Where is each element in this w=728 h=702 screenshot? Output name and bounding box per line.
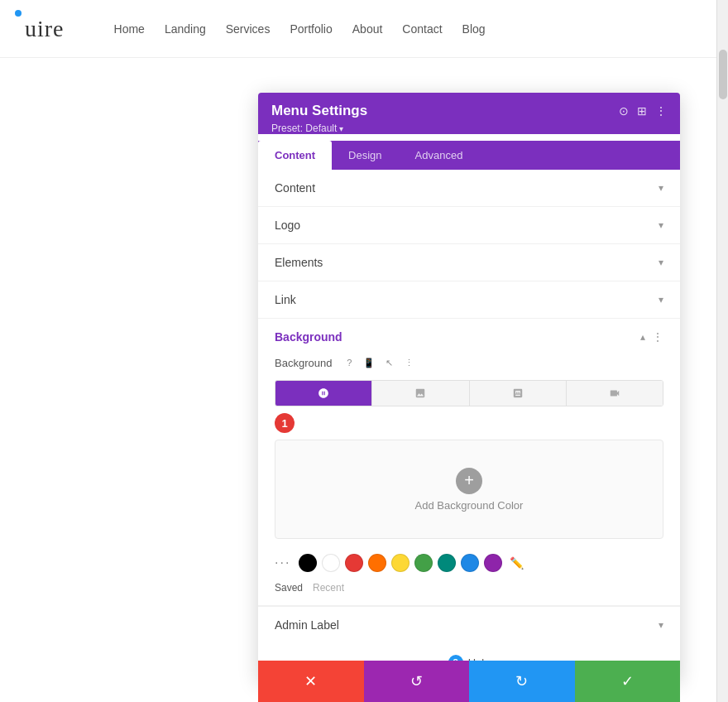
swatch-yellow[interactable] <box>391 554 410 572</box>
section-logo[interactable]: Logo ▾ <box>258 207 680 244</box>
swatch-white[interactable] <box>322 554 340 572</box>
section-content-label: Content <box>275 181 315 195</box>
nav-links: Home Landing Services Portfolio About Co… <box>114 22 486 36</box>
saved-recent-row: Saved Recent <box>258 580 680 605</box>
section-link-label: Link <box>275 293 296 306</box>
type-tab-color[interactable] <box>275 381 372 406</box>
phone-icon[interactable]: 📱 <box>362 355 376 370</box>
nav-landing[interactable]: Landing <box>165 22 206 36</box>
chevron-down-icon: ▾ <box>659 219 663 231</box>
background-field-row: Background ? 📱 ↖ ⋮ <box>258 352 680 377</box>
video-icon <box>609 387 620 399</box>
swatch-green[interactable] <box>414 554 433 572</box>
blue-dot <box>15 10 22 17</box>
swatch-more-icon[interactable]: ··· <box>275 555 290 570</box>
image-icon <box>414 387 426 399</box>
swatch-orange[interactable] <box>368 554 386 572</box>
eyedropper-icon[interactable]: ✏️ <box>507 554 525 572</box>
chevron-down-icon: ▾ <box>659 619 663 631</box>
type-tab-image[interactable] <box>372 381 469 406</box>
swatch-red[interactable] <box>345 554 363 572</box>
background-section: Background ▴ ⋮ Background ? 📱 ↖ ⋮ <box>258 319 680 606</box>
section-content[interactable]: Content ▾ <box>258 170 680 207</box>
color-fill-icon <box>318 387 329 399</box>
type-tabs <box>275 380 663 406</box>
add-color-label: Add Background Color <box>415 499 524 512</box>
more-icon[interactable]: ⋮ <box>655 104 667 118</box>
section-admin-label[interactable]: Admin Label ▾ <box>258 606 680 643</box>
section-elements-label: Elements <box>275 256 323 269</box>
tab-content[interactable]: Content <box>258 141 332 170</box>
logo: uire <box>25 16 65 42</box>
settings-panel: Menu Settings ⊙ ⊞ ⋮ Preset: Default Cont… <box>258 93 680 681</box>
background-field-label: Background <box>275 357 332 369</box>
nav-portfolio[interactable]: Portfolio <box>290 22 332 36</box>
nav-services[interactable]: Services <box>226 22 271 36</box>
add-color-plus-icon[interactable]: + <box>456 468 482 494</box>
saved-tab[interactable]: Saved <box>275 582 303 594</box>
swatch-teal[interactable] <box>438 554 456 572</box>
nav-home[interactable]: Home <box>114 22 145 36</box>
settings-icon[interactable]: ⊙ <box>619 104 629 118</box>
action-bar: ✕ ↺ ↻ ✓ <box>258 661 680 702</box>
chevron-down-icon: ▾ <box>659 294 663 305</box>
background-header: Background ▴ ⋮ <box>258 319 680 352</box>
help-icon[interactable]: ? <box>342 355 357 370</box>
nav-contact[interactable]: Contact <box>402 22 442 36</box>
layout-icon[interactable]: ⊞ <box>637 104 647 118</box>
chevron-up-icon[interactable]: ▴ <box>640 331 645 343</box>
type-tab-gradient[interactable] <box>470 381 567 406</box>
cancel-button[interactable]: ✕ <box>258 661 364 702</box>
section-link[interactable]: Link ▾ <box>258 281 680 319</box>
reset-button[interactable]: ↺ <box>364 661 470 702</box>
tab-advanced[interactable]: Advanced <box>399 141 480 170</box>
recent-tab[interactable]: Recent <box>313 582 344 594</box>
scrollbar-thumb[interactable] <box>719 50 727 99</box>
panel-tabs: Content Design Advanced <box>258 141 680 170</box>
background-field-icons: ? 📱 ↖ ⋮ <box>342 355 416 370</box>
panel-header-icons: ⊙ ⊞ ⋮ <box>619 104 667 118</box>
save-button[interactable]: ✓ <box>575 661 681 702</box>
right-scrollbar[interactable] <box>716 0 728 702</box>
swatches-row: ··· ✏️ <box>258 549 680 580</box>
nav-blog[interactable]: Blog <box>462 22 486 36</box>
swatch-black[interactable] <box>299 554 317 572</box>
admin-label-text: Admin Label <box>275 618 339 632</box>
chevron-down-icon: ▾ <box>659 257 663 268</box>
swatch-blue[interactable] <box>461 554 479 572</box>
type-tab-video[interactable] <box>567 381 663 406</box>
swatch-purple[interactable] <box>484 554 502 572</box>
section-logo-label: Logo <box>275 219 300 232</box>
panel-header-top: Menu Settings ⊙ ⊞ ⋮ <box>271 103 667 119</box>
background-more-icon[interactable]: ⋮ <box>652 330 663 344</box>
top-nav: uire Home Landing Services Portfolio Abo… <box>0 0 728 58</box>
panel-header: Menu Settings ⊙ ⊞ ⋮ Preset: Default <box>258 93 680 134</box>
step-badge: 1 <box>275 413 295 433</box>
chevron-down-icon: ▾ <box>659 182 663 194</box>
background-title: Background <box>275 330 342 344</box>
color-picker-area[interactable]: + Add Background Color <box>275 440 663 539</box>
gradient-icon <box>512 387 524 399</box>
panel-title: Menu Settings <box>271 103 367 119</box>
more-options-icon[interactable]: ⋮ <box>401 355 416 370</box>
section-elements[interactable]: Elements ▾ <box>258 244 680 281</box>
panel-preset[interactable]: Preset: Default <box>271 123 667 134</box>
panel-body: Content ▾ Logo ▾ Elements ▾ Link ▾ Backg… <box>258 170 680 681</box>
nav-about[interactable]: About <box>352 22 383 36</box>
redo-button[interactable]: ↻ <box>469 661 575 702</box>
background-header-right: ▴ ⋮ <box>640 330 663 344</box>
cursor-icon[interactable]: ↖ <box>381 355 396 370</box>
tab-design[interactable]: Design <box>332 141 398 170</box>
